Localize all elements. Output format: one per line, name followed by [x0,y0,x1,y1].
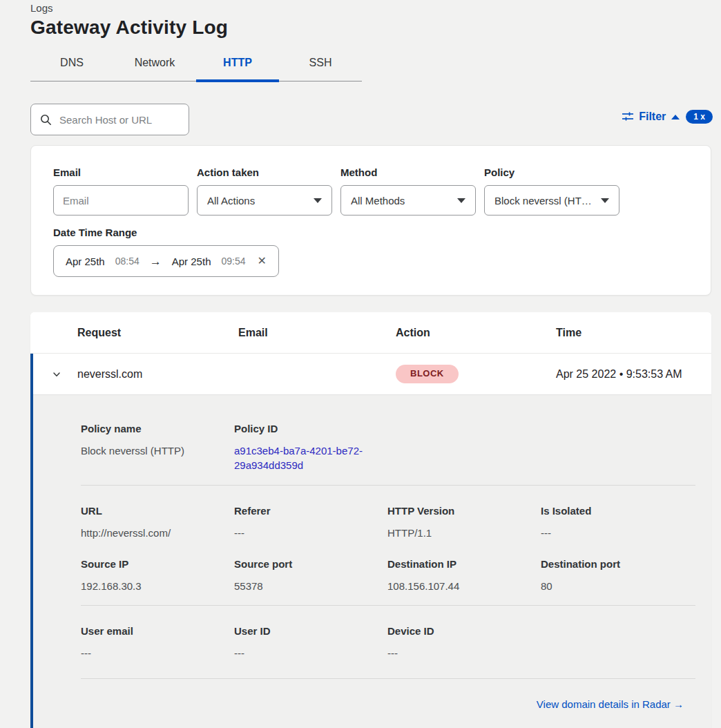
gateway-activity-log-page: Logs Gateway Activity Log DNS Network HT… [0,0,721,728]
arrow-right-icon: → [150,256,162,267]
destination-ip-value: 108.156.107.44 [387,579,541,593]
tab-bar: DNS Network HTTP SSH [30,52,362,82]
policy-section: Policy name Block neverssl (HTTP) Policy… [81,423,711,472]
range-start-date: Apr 25th [66,256,105,267]
action-taken-select[interactable]: All Actions [197,185,332,215]
column-header-email: Email [238,327,396,339]
destination-port-cell: Destination port 80 [541,558,694,593]
is-isolated-cell: Is Isolated --- [541,505,694,540]
action-taken-value: All Actions [207,195,255,207]
referer-label: Referer [234,505,387,517]
destination-ip-cell: Destination IP 108.156.107.44 [387,558,541,593]
method-value: All Methods [351,195,405,207]
breadcrumb[interactable]: Logs [30,2,53,14]
user-id-label: User ID [234,625,387,637]
clear-range-icon[interactable]: ✕ [256,256,267,267]
action-taken-field: Action taken All Actions [197,166,332,215]
view-radar-link[interactable]: View domain details in Radar → [537,698,684,710]
date-time-range-label: Date Time Range [53,227,689,238]
radar-link-row: View domain details in Radar → [81,698,711,711]
source-port-cell: Source port 55378 [234,558,387,593]
page-title: Gateway Activity Log [30,17,228,39]
url-value: http://neverssl.com/ [81,526,234,540]
method-label: Method [340,166,476,178]
section-divider [81,678,695,679]
device-id-value: --- [387,646,541,660]
tab-dns[interactable]: DNS [30,52,113,81]
row-details-panel: Policy name Block neverssl (HTTP) Policy… [33,395,711,728]
tab-ssh[interactable]: SSH [279,52,362,81]
log-table: Request Email Action Time neverssl.com B… [30,312,711,728]
policy-label: Policy [484,166,619,178]
section-divider [81,485,695,486]
http-version-label: HTTP Version [387,505,541,517]
policy-id-link[interactable]: a91c3eb4-ba7a-4201-be72-29a934dd359d [234,443,367,472]
source-ip-cell: Source IP 192.168.30.3 [81,558,234,593]
tab-network[interactable]: Network [113,52,196,81]
date-time-range-picker[interactable]: Apr 25th 08:54 → Apr 25th 09:54 ✕ [53,245,279,277]
chevron-down-icon [314,198,322,203]
filter-button[interactable]: Filter [622,111,680,123]
device-id-label: Device ID [387,625,541,637]
search-box[interactable] [30,104,189,135]
range-start-time: 08:54 [115,256,140,267]
user-email-value: --- [81,646,234,660]
chevron-down-icon [457,198,465,203]
referer-value: --- [234,526,387,540]
http-version-cell: HTTP Version HTTP/1.1 [387,505,541,540]
chevron-up-icon [671,115,680,119]
email-filter-input[interactable] [53,185,189,215]
expanded-row-group: neverssl.com BLOCK Apr 25 2022 • 9:53:53… [30,354,711,728]
user-email-label: User email [81,625,234,637]
empty-cell [541,625,694,660]
filter-icon [622,112,633,122]
filter-button-label: Filter [639,111,666,123]
filter-count-badge[interactable]: 1 x [686,110,713,124]
search-input[interactable] [58,113,180,126]
policy-id-label: Policy ID [234,423,387,434]
row-time: Apr 25 2022 • 9:53:53 AM [556,368,711,381]
source-ip-value: 192.168.30.3 [81,579,234,593]
user-email-cell: User email --- [81,625,234,660]
referer-cell: Referer --- [234,505,387,540]
destination-ip-label: Destination IP [387,558,541,570]
column-header-time: Time [556,327,711,339]
user-id-cell: User ID --- [234,625,387,660]
email-filter-field: Email [53,166,189,215]
chevron-down-icon [51,369,62,380]
column-header-request: Request [77,327,238,339]
device-id-cell: Device ID --- [387,625,541,660]
policy-name-value: Block neverssl (HTTP) [81,443,234,458]
chevron-down-icon [601,198,609,203]
block-badge: BLOCK [396,365,459,383]
user-id-value: --- [234,646,387,660]
network-section: Source IP 192.168.30.3 Source port 55378… [81,558,711,593]
policy-field: Policy Block neverssl (HTTP) [484,166,619,215]
row-expander[interactable] [33,369,77,380]
row-action: BLOCK [396,365,556,383]
user-section: User email --- User ID --- Device ID --- [81,625,711,660]
column-header-action: Action [396,327,556,339]
url-cell: URL http://neverssl.com/ [81,505,234,540]
policy-name-label: Policy name [81,423,234,434]
source-port-label: Source port [234,558,387,570]
search-icon [40,114,52,126]
policy-name-cell: Policy name Block neverssl (HTTP) [81,423,234,472]
range-end-date: Apr 25th [172,256,211,267]
tab-http[interactable]: HTTP [196,52,279,81]
policy-select[interactable]: Block neverssl (HTTP) [484,185,619,215]
filter-panel: Email Action taken All Actions Method Al… [30,145,711,296]
method-select[interactable]: All Methods [340,185,476,215]
destination-port-label: Destination port [541,558,694,570]
action-taken-label: Action taken [197,166,332,178]
policy-value: Block neverssl (HTTP) [494,195,597,207]
http-version-value: HTTP/1.1 [387,526,541,540]
method-field: Method All Methods [340,166,476,215]
section-divider [81,605,695,606]
filter-cluster: Filter 1 x [622,110,713,124]
email-filter-label: Email [53,166,189,178]
source-ip-label: Source IP [81,558,234,570]
is-isolated-value: --- [541,526,694,540]
table-header-row: Request Email Action Time [30,312,711,354]
table-row[interactable]: neverssl.com BLOCK Apr 25 2022 • 9:53:53… [33,354,711,395]
